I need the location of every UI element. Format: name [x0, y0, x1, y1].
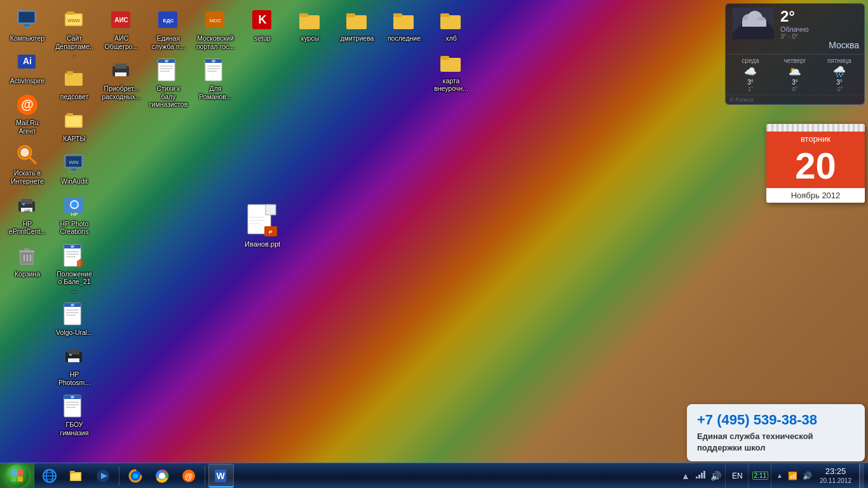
- tray-clock[interactable]: 23:25 20.11.2012: [816, 465, 855, 487]
- svg-rect-113: [18, 477, 23, 482]
- svg-text:W: W: [165, 59, 168, 63]
- icon-label-dlya-romanova: Для Романов...: [196, 85, 235, 100]
- forecast-day-3: пятница 🌧️ 3° -2°: [818, 57, 860, 92]
- icon-column-9: последние: [382, 5, 426, 45]
- desktop: Компьютер Ai ActivInspire @ Mail.Ru Аген…: [0, 0, 868, 488]
- tray-section-time: ▲ 📶 🔊 23:25 20.11.2012: [771, 463, 855, 489]
- desktop-icon-dmitrieva[interactable]: дмитриева: [335, 5, 379, 45]
- desktop-icon-stichi[interactable]: W Стихи к балу гимназистов: [146, 55, 191, 111]
- tray-volume-icon[interactable]: 🔊: [709, 471, 722, 481]
- icon-label-ais: АИС Общегро...: [102, 34, 141, 50]
- icon-label-stichi: Стихи к балу гимназистов: [149, 85, 188, 109]
- calendar-month-year: Ноябрь 2012: [766, 188, 865, 203]
- icon-label-hp-photos: HP Photosm...: [55, 370, 94, 386]
- desktop-icon-position[interactable]: W Положение о Бале_21 ...: [52, 241, 97, 297]
- taskbar-app-media[interactable]: [90, 464, 116, 488]
- desktop-icon-edinaya[interactable]: ЕДС Единая служба п...: [146, 5, 191, 53]
- tray-battery-time[interactable]: 2:11: [752, 471, 768, 480]
- calendar-widget[interactable]: вторник 20 Ноябрь 2012: [766, 124, 865, 203]
- svg-rect-109: [742, 20, 766, 27]
- show-desktop-button[interactable]: [859, 464, 864, 488]
- desktop-icon-ais[interactable]: АИС АИС Общегро...: [99, 5, 144, 53]
- icon-label-mail-agent: Mail.Ru Агент: [8, 119, 47, 135]
- taskbar-app-ie[interactable]: [37, 464, 62, 488]
- svg-rect-94: [440, 58, 461, 72]
- start-orb: [6, 464, 29, 487]
- svg-rect-30: [66, 116, 81, 126]
- desktop-icon-setup[interactable]: K setup: [240, 5, 285, 45]
- svg-rect-66: [115, 64, 126, 69]
- desktop-icon-moscow-portal[interactable]: МОС Московский портал гос...: [193, 5, 238, 53]
- svg-rect-3: [22, 27, 32, 28]
- desktop-icon-karty[interactable]: КАРТЫ: [52, 105, 97, 146]
- weather-temperature: 2°: [780, 8, 859, 25]
- icon-column-1: Компьютер Ai ActivInspire @ Mail.Ru Аген…: [5, 5, 50, 280]
- taskbar-app-chrome[interactable]: [149, 464, 175, 488]
- icon-label-hp-eprint: HP ePrintCent...: [8, 220, 47, 236]
- icon-label-kursy: курсы: [301, 34, 319, 43]
- tray-sound-icon[interactable]: 📶: [787, 471, 799, 480]
- desktop-icon-priobret[interactable]: Приобрет... расходных...: [99, 55, 144, 103]
- forecast-day-2: четверг 🌥️ 3° 0°: [774, 57, 816, 92]
- taskbar-app-explorer[interactable]: [64, 464, 89, 488]
- taskbar-app-mail[interactable]: @: [176, 464, 201, 488]
- desktop-icon-activinspire[interactable]: Ai ActivInspire: [5, 48, 50, 88]
- desktop-icon-pedagogy[interactable]: педсовет: [52, 64, 97, 104]
- weather-source: © Foreca: [726, 95, 864, 104]
- tray-network-icon[interactable]: [694, 470, 707, 481]
- desktop-icon-gbou[interactable]: W ГБОУ гимназия: [52, 391, 97, 439]
- svg-text:W: W: [71, 395, 74, 399]
- svg-rect-55: [68, 358, 79, 362]
- desktop-icon-karta[interactable]: карта внеурочн...: [429, 48, 473, 95]
- icon-label-karta: карта внеурочн...: [431, 77, 471, 93]
- icon-label-karty: КАРТЫ: [63, 135, 85, 143]
- floating-file-ivanov[interactable]: P Иванов.ppt: [245, 203, 280, 248]
- start-button[interactable]: [0, 463, 34, 489]
- tray-notification-arrow[interactable]: ▲: [775, 472, 784, 479]
- svg-text:W: W: [71, 245, 74, 248]
- weather-cloud-icon: [731, 8, 775, 39]
- svg-rect-16: [20, 252, 33, 264]
- desktop-icon-khlb[interactable]: хлб: [429, 5, 473, 45]
- desktop-icon-computer[interactable]: Компьютер: [5, 5, 50, 45]
- desktop-icon-recycle[interactable]: Корзина: [5, 241, 50, 281]
- svg-rect-112: [11, 477, 17, 482]
- icon-label-priobret: Приобрет... расходных...: [102, 85, 141, 100]
- icon-column-2: www Сайт Департаме... педсовет: [52, 5, 97, 440]
- svg-rect-27: [67, 71, 73, 75]
- desktop-icon-hp-eprint[interactable]: HP HP ePrintCent...: [5, 191, 50, 238]
- desktop-icon-hp-photo[interactable]: HP HP Photo Creations: [52, 191, 97, 238]
- icon-label-search: Искать в Интернете: [8, 169, 47, 185]
- icon-label-edinaya: Единая служба п...: [149, 34, 188, 50]
- icon-column-8: дмитриева: [335, 5, 379, 45]
- desktop-icon-dlya-romanova[interactable]: W Для Романов...: [193, 55, 238, 103]
- desktop-icon-search[interactable]: Искать в Интернете: [5, 140, 50, 187]
- svg-text:W: W: [212, 59, 215, 63]
- tray-language[interactable]: EN: [729, 470, 745, 482]
- tray-volume-level[interactable]: 🔊: [801, 471, 813, 480]
- desktop-icon-winaudit[interactable]: WIN WinAudit: [52, 148, 97, 188]
- icon-label-khlb: хлб: [445, 34, 456, 43]
- icon-label-volgo-ural: Volgo-Ural...: [56, 329, 93, 337]
- icon-column-4: ЕДС Единая служба п... W Стихи к балу ги…: [146, 5, 191, 111]
- svg-rect-95: [440, 56, 449, 60]
- svg-rect-87: [299, 13, 308, 17]
- weather-city: Москва: [780, 40, 859, 50]
- tray-arrow-icon[interactable]: ▲: [680, 471, 691, 481]
- desktop-icon-mail-agent[interactable]: @ Mail.Ru Агент: [5, 90, 50, 137]
- taskbar-app-firefox[interactable]: [123, 464, 148, 488]
- desktop-icon-kursy[interactable]: курсы: [288, 5, 332, 45]
- calendar-spiral: [766, 124, 865, 132]
- svg-line-9: [29, 157, 36, 163]
- desktop-icon-site-dept[interactable]: www Сайт Департаме...: [52, 5, 97, 61]
- icon-column-3: АИС АИС Общегро... Приобрет... расходных…: [99, 5, 144, 103]
- svg-rect-111: [18, 470, 23, 475]
- svg-rect-54: [68, 349, 79, 355]
- desktop-icon-hp-photos[interactable]: HP Photosm...: [52, 341, 97, 389]
- info-text: Единая служба технической поддержки школ: [697, 431, 855, 454]
- svg-rect-1: [19, 12, 34, 22]
- desktop-icon-volgo-ural[interactable]: W Volgo-Ural...: [52, 299, 97, 339]
- svg-text:@: @: [21, 97, 34, 111]
- desktop-icon-poslednie[interactable]: последние: [382, 5, 426, 45]
- taskbar-app-word[interactable]: W: [208, 464, 234, 488]
